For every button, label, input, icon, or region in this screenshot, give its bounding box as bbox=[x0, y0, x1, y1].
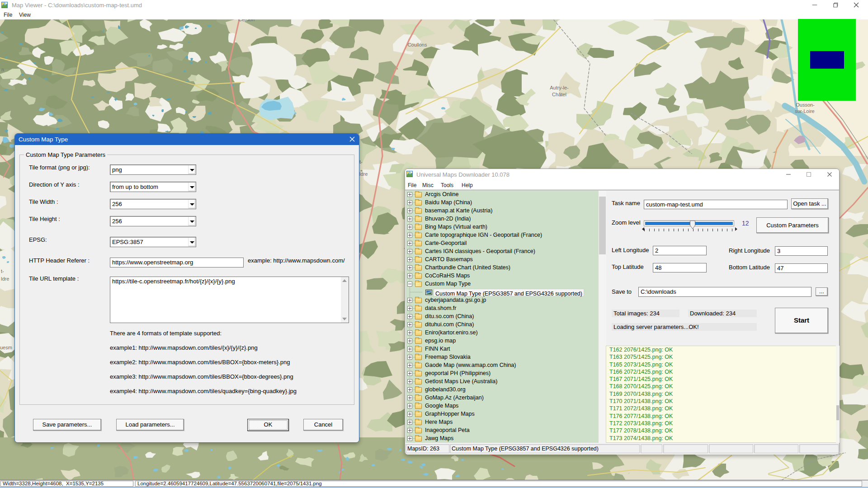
svg-text:Châtel: Châtel bbox=[552, 92, 566, 97]
svg-text:Cerdon: Cerdon bbox=[238, 19, 255, 22]
svg-text:Ousson-: Ousson- bbox=[796, 102, 815, 108]
svg-text:t-: t- bbox=[359, 159, 363, 164]
svg-text:ldre: ldre bbox=[359, 171, 368, 177]
svg-text:Coullons: Coullons bbox=[408, 42, 427, 47]
svg-text:t-: t- bbox=[1, 268, 4, 274]
svg-text:n: n bbox=[1, 67, 4, 72]
svg-text:Autry-le-: Autry-le- bbox=[550, 85, 569, 90]
svg-text:sur-Loire: sur-Loire bbox=[795, 108, 814, 114]
svg-text:ldre: ldre bbox=[1, 276, 9, 282]
svg-text:uesm: uesm bbox=[0, 345, 12, 350]
